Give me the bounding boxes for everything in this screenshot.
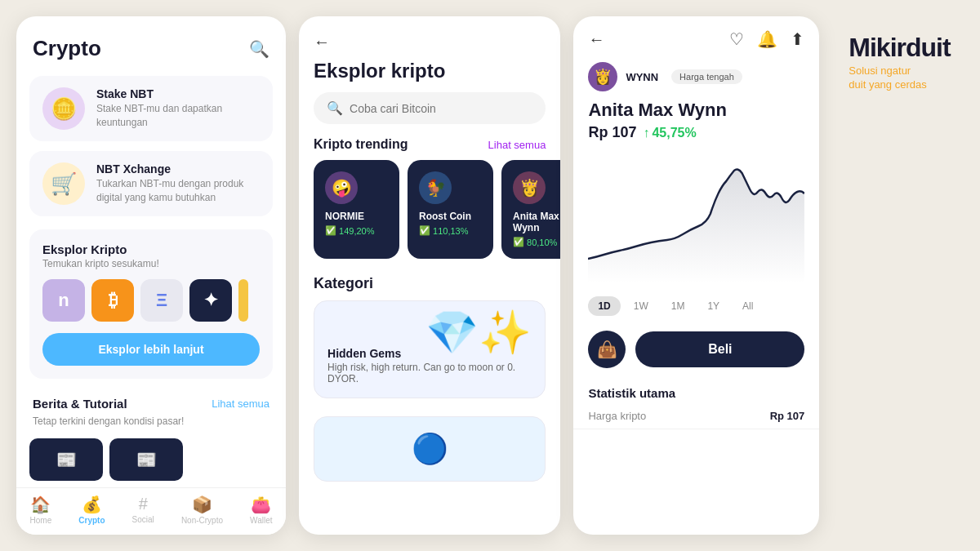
coin-n: n bbox=[42, 279, 85, 322]
eksplor-title: Eksplor Kripto bbox=[42, 242, 260, 256]
nav-crypto-label: Crypto bbox=[78, 516, 105, 525]
header-icons: ♡ 🔔 ⬆ bbox=[729, 29, 804, 49]
tab-1d[interactable]: 1D bbox=[588, 296, 620, 316]
kategori-title: Kategori bbox=[299, 275, 560, 300]
eksplor-page-title: Eksplor kripto bbox=[299, 60, 560, 92]
xchange-icon: 🛒 bbox=[42, 162, 85, 205]
price-value: Rp 107 bbox=[588, 124, 636, 141]
nav-home-label: Home bbox=[30, 516, 52, 525]
eksplor-subtitle: Temukan kripto sesukamu! bbox=[42, 258, 260, 269]
eksplor-section: Eksplor Kripto Temukan kripto sesukamu! … bbox=[29, 229, 273, 379]
search-icon[interactable]: 🔍 bbox=[249, 39, 270, 59]
home-icon: 🏠 bbox=[30, 495, 51, 514]
page-title: Crypto bbox=[33, 36, 101, 61]
search-bar[interactable]: 🔍 bbox=[314, 92, 546, 124]
stat-value-harga: Rp 107 bbox=[770, 410, 805, 422]
xchange-card-text: NBT Xchange Tukarkan NBT-mu dengan produ… bbox=[96, 162, 260, 205]
hidden-gems-card[interactable]: 💎✨ Hidden Gems High risk, high return. C… bbox=[314, 300, 546, 398]
search-input[interactable] bbox=[350, 102, 532, 115]
brand-tagline-2: duit yang cerdas bbox=[849, 78, 926, 91]
social-icon: # bbox=[139, 495, 148, 513]
beli-button[interactable]: Beli bbox=[635, 331, 804, 367]
tab-1m[interactable]: 1M bbox=[662, 296, 695, 316]
normie-avatar: 🤪 bbox=[325, 171, 358, 204]
stake-title: Stake NBT bbox=[96, 87, 260, 100]
stat-label-harga: Harga kripto bbox=[588, 410, 646, 422]
coin-bar bbox=[238, 279, 248, 322]
price-row: Rp 107 ↑ 45,75% bbox=[573, 122, 819, 146]
phone-2: ← Eksplor kripto 🔍 Kripto trending Lihat… bbox=[299, 16, 560, 535]
berita-subtitle: Tetap terkini dengan kondisi pasar! bbox=[16, 414, 286, 433]
phone1-header: Crypto 🔍 bbox=[16, 16, 286, 71]
nav-home[interactable]: 🏠 Home bbox=[30, 495, 52, 525]
brand-name: Mikirduit bbox=[849, 33, 950, 63]
price-change: ↑ 45,75% bbox=[643, 126, 696, 140]
nav-wallet[interactable]: 👛 Wallet bbox=[250, 495, 272, 525]
coin-row: n ₿ Ξ ✦ bbox=[42, 279, 260, 322]
bottom-nav: 🏠 Home 💰 Crypto # Social 📦 Non-Crypto 👛 … bbox=[16, 487, 286, 535]
price-badge: Harga tengah bbox=[671, 69, 742, 84]
stake-desc: Stake NBT-mu dan dapatkan keuntungan bbox=[96, 102, 260, 130]
trending-card-anita[interactable]: 👸 Anita Max Wynn ✅80,10% bbox=[501, 160, 560, 259]
nav-social-label: Social bbox=[132, 515, 154, 524]
wallet-icon: 👜 bbox=[597, 340, 617, 359]
phone-1: Crypto 🔍 🪙 Stake NBT Stake NBT-mu dan da… bbox=[16, 16, 286, 535]
chart-svg bbox=[588, 153, 804, 283]
share-icon[interactable]: ⬆ bbox=[791, 29, 804, 49]
back-button[interactable]: ← bbox=[314, 33, 330, 51]
stake-icon: 🪙 bbox=[42, 87, 85, 130]
nbt-xchange-card[interactable]: 🛒 NBT Xchange Tukarkan NBT-mu dengan pro… bbox=[29, 151, 273, 216]
noncrypto-icon: 📦 bbox=[192, 495, 212, 514]
bell-icon[interactable]: 🔔 bbox=[757, 29, 777, 49]
brand-tagline-1: Solusi ngatur bbox=[849, 64, 911, 77]
normie-change: ✅149,20% bbox=[325, 225, 388, 236]
crypto-icon: 💰 bbox=[82, 495, 102, 514]
berita-link[interactable]: Lihat semua bbox=[212, 398, 270, 410]
category-card-2[interactable]: 🔵 bbox=[314, 416, 546, 482]
heart-icon[interactable]: ♡ bbox=[729, 29, 744, 49]
brand-section: Mikirduit Solusi ngatur duit yang cerdas bbox=[832, 16, 964, 107]
stake-card-text: Stake NBT Stake NBT-mu dan dapatkan keun… bbox=[96, 87, 260, 130]
avatar: 👸 bbox=[588, 62, 617, 91]
phone3-header: ← ♡ 🔔 ⬆ bbox=[573, 16, 819, 57]
xchange-desc: Tukarkan NBT-mu dengan produk digital ya… bbox=[96, 177, 260, 205]
trending-card-normie[interactable]: 🤪 NORMIE ✅149,20% bbox=[314, 160, 399, 259]
coin-eth: Ξ bbox=[140, 279, 183, 322]
coin-fullname: Anita Max Wynn bbox=[573, 96, 819, 122]
trending-card-roost[interactable]: 🐓 Roost Coin ✅110,13% bbox=[408, 160, 493, 259]
phone2-header: ← bbox=[299, 16, 560, 60]
time-tabs: 1D 1W 1M 1Y All bbox=[573, 290, 819, 322]
anita-name: Anita Max Wynn bbox=[513, 211, 560, 233]
statistik-title: Statistik utama bbox=[573, 376, 819, 403]
wallet-icon: 👛 bbox=[251, 495, 271, 514]
xchange-title: NBT Xchange bbox=[96, 162, 260, 176]
trending-row: 🤪 NORMIE ✅149,20% 🐓 Roost Coin ✅110,13% … bbox=[299, 160, 560, 275]
trending-section-header: Kripto trending Lihat semua bbox=[299, 137, 560, 160]
stake-nbt-card[interactable]: 🪙 Stake NBT Stake NBT-mu dan dapatkan ke… bbox=[29, 76, 273, 141]
wallet-button[interactable]: 👜 bbox=[588, 331, 626, 368]
phone-3: ← ♡ 🔔 ⬆ 👸 WYNN Harga tengah Anita Max Wy… bbox=[573, 16, 819, 535]
news-thumb-2: 📰 bbox=[109, 438, 183, 481]
normie-name: NORMIE bbox=[325, 211, 388, 222]
coin-dot: ✦ bbox=[189, 279, 232, 322]
coin-btc: ₿ bbox=[91, 279, 134, 322]
roost-avatar: 🐓 bbox=[419, 171, 452, 204]
trending-link[interactable]: Lihat semua bbox=[488, 139, 546, 151]
berita-header: Berita & Tutorial Lihat semua bbox=[16, 387, 286, 414]
anita-avatar: 👸 bbox=[513, 171, 546, 204]
news-thumb-1: 📰 bbox=[29, 438, 103, 481]
news-row: 📰 📰 bbox=[16, 433, 286, 486]
tab-1y[interactable]: 1Y bbox=[697, 296, 729, 316]
roost-change: ✅110,13% bbox=[419, 225, 482, 236]
nav-noncrypto-label: Non-Crypto bbox=[181, 516, 223, 525]
nav-social[interactable]: # Social bbox=[132, 495, 154, 525]
eksplor-button[interactable]: Eksplor lebih lanjut bbox=[42, 333, 260, 366]
tab-1w[interactable]: 1W bbox=[624, 296, 658, 316]
tab-all[interactable]: All bbox=[733, 296, 763, 316]
back-button-3[interactable]: ← bbox=[588, 30, 604, 49]
nav-crypto[interactable]: 💰 Crypto bbox=[78, 495, 105, 525]
roost-name: Roost Coin bbox=[419, 211, 482, 222]
arrow-up-icon: ↑ bbox=[643, 126, 649, 140]
username: WYNN bbox=[626, 71, 658, 83]
nav-noncrypto[interactable]: 📦 Non-Crypto bbox=[181, 495, 223, 525]
